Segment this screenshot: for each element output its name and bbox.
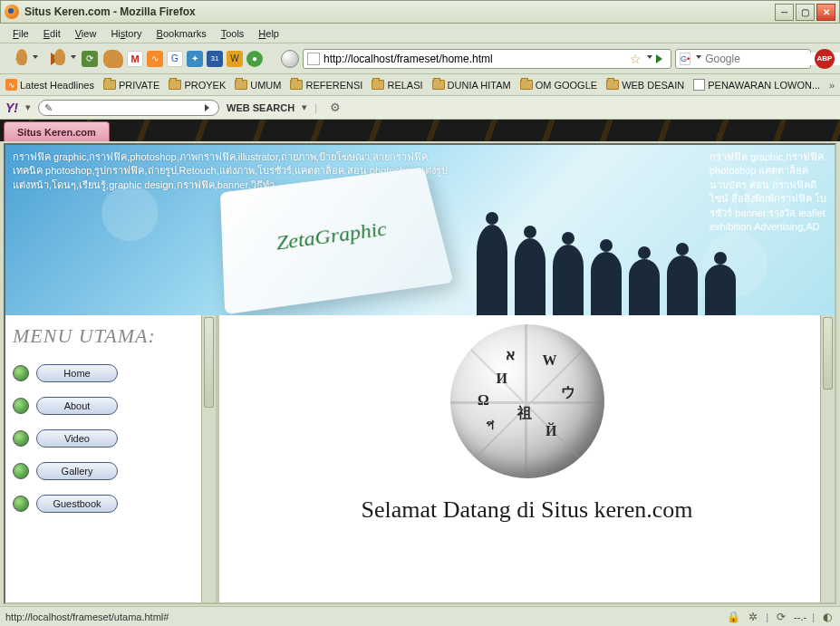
menu-tools[interactable]: Tools: [214, 26, 252, 41]
banner-tags-right: กราฟฟิค graphic,กราฟฟิค photoshop แคตตาล…: [710, 150, 827, 234]
yahoo-toolbar: Y! ▾ ✎ WEB SEARCH ▾ | ⚙: [0, 96, 840, 120]
status-url: http://localhost/frameset/utama.html#: [5, 612, 720, 622]
bookmark-star-icon[interactable]: ☆: [630, 52, 642, 66]
bookmark-om-google[interactable]: OM GOOGLE: [520, 80, 597, 91]
firefox-icon: [5, 5, 19, 19]
url-dropdown-icon[interactable]: [647, 55, 652, 62]
main-frame: W И 祖 Ω ウ א Й প Selamat Datang di Situs …: [219, 315, 835, 602]
gmail-icon[interactable]: M: [127, 51, 143, 67]
menu-history[interactable]: History: [103, 26, 149, 41]
forward-button[interactable]: [43, 45, 78, 72]
bookmark-relasi[interactable]: RELASI: [372, 80, 422, 91]
wikipedia-globe: W И 祖 Ω ウ א Й প: [450, 324, 604, 478]
scrollbar-thumb[interactable]: [204, 317, 214, 408]
yahoo-logo[interactable]: Y!: [5, 101, 18, 115]
bookmark-umum[interactable]: UMUM: [235, 80, 281, 91]
tab-strip-background: [110, 121, 840, 141]
sidebar-scrollbar[interactable]: [201, 315, 216, 602]
yahoo-search-input[interactable]: [55, 102, 205, 113]
pencil-icon: ✎: [44, 102, 55, 113]
lock-icon[interactable]: 🔒: [726, 610, 740, 624]
folder-icon: [235, 80, 247, 90]
menu-gallery[interactable]: Gallery: [13, 462, 208, 480]
banner-silhouettes: [477, 225, 736, 315]
bookmark-dunia-hitam[interactable]: DUNIA HITAM: [432, 80, 511, 91]
bookmark-referensi[interactable]: REFERENSI: [290, 80, 362, 91]
search-engine-icon[interactable]: G•: [680, 53, 690, 65]
cookie-icon[interactable]: ✲: [746, 610, 760, 624]
calendar-icon[interactable]: 31: [207, 51, 223, 67]
site-banner: กราฟฟิค graphic,กราฟฟิค,photoshop,ภาพกรา…: [5, 145, 835, 315]
rss-icon: ∿: [5, 79, 17, 91]
proxy-icon[interactable]: ⟳: [774, 610, 788, 624]
folder-icon: [606, 80, 619, 90]
frameset-body: MENU UTAMA: Home About Video Gallery Gue…: [5, 315, 835, 602]
bookmarks-overflow-icon[interactable]: »: [829, 80, 835, 91]
url-go-button[interactable]: [656, 54, 667, 63]
menu-bookmarks[interactable]: Bookmarks: [150, 26, 214, 41]
sparkle-icon[interactable]: ✦: [187, 51, 203, 67]
folder-icon: [520, 80, 533, 90]
maximize-button[interactable]: ▢: [796, 4, 815, 21]
menu-about[interactable]: About: [13, 397, 208, 415]
main-scrollbar[interactable]: [820, 315, 835, 602]
menu-help[interactable]: Help: [251, 26, 286, 41]
status-bar: http://localhost/frameset/utama.html# 🔒 …: [0, 606, 840, 626]
bookmark-penawaran[interactable]: PENAWARAN LOWON...: [693, 79, 820, 91]
welcome-heading: Selamat Datang di Situs keren.com: [361, 496, 692, 524]
scrollbar-thumb[interactable]: [823, 317, 833, 390]
menu-edit[interactable]: Edit: [36, 26, 68, 41]
folder-icon: [103, 80, 116, 90]
folder-icon: [372, 80, 384, 90]
bookmarks-toolbar: ∿Latest Headlines PRIVATE PROYEK UMUM RE…: [0, 74, 840, 96]
folder-icon: [432, 80, 445, 90]
bookmark-proyek[interactable]: PROYEK: [169, 80, 226, 91]
page-favicon: [307, 53, 320, 65]
menu-view[interactable]: View: [68, 26, 104, 41]
adblock-icon[interactable]: ABP: [815, 49, 835, 69]
bullet-icon: [13, 365, 29, 381]
google-icon[interactable]: G: [167, 51, 183, 67]
menubar: File Edit View History Bookmarks Tools H…: [0, 24, 840, 43]
search-engine-dropdown[interactable]: [696, 55, 701, 62]
folder-icon: [169, 80, 181, 90]
minimize-button[interactable]: ─: [775, 4, 794, 21]
sidebar-frame: MENU UTAMA: Home About Video Gallery Gue…: [5, 315, 219, 602]
status-extra-icon[interactable]: ◐: [820, 610, 835, 624]
bookmark-private[interactable]: PRIVATE: [103, 80, 159, 91]
url-input[interactable]: [323, 53, 626, 65]
tab-situs-keren[interactable]: Situs Keren.com: [4, 121, 110, 141]
yahoo-search-dropdown[interactable]: ▾: [302, 101, 307, 113]
home-button[interactable]: [101, 48, 123, 70]
menu-guestbook[interactable]: Guestbook: [13, 495, 208, 513]
tab-strip: Situs Keren.com: [0, 120, 840, 141]
window-titlebar: Situs Keren.com - Mozilla Firefox ─ ▢ ✕: [0, 0, 840, 24]
stop-button[interactable]: [281, 50, 299, 68]
rss-icon[interactable]: ∿: [147, 51, 163, 67]
nav-toolbar: ⟳ M ∿ G ✦ 31 W ● ☆ G• 🔍 ABP: [0, 43, 840, 74]
yahoo-search-go[interactable]: [205, 104, 213, 111]
bookmark-web-desain[interactable]: WEB DESAIN: [606, 80, 684, 91]
search-box[interactable]: G• 🔍: [675, 49, 811, 69]
folder-icon: [290, 80, 303, 90]
url-bar[interactable]: ☆: [303, 49, 671, 69]
bullet-icon: [13, 463, 29, 479]
bookmark-latest-headlines[interactable]: ∿Latest Headlines: [5, 79, 94, 91]
back-button[interactable]: [5, 45, 40, 72]
reload-button[interactable]: ⟳: [82, 51, 98, 67]
yahoo-settings-icon[interactable]: ⚙: [330, 101, 341, 114]
close-button[interactable]: ✕: [816, 4, 835, 21]
proxy-status: --.-: [794, 612, 806, 622]
sidebar-title: MENU UTAMA:: [13, 324, 208, 348]
web-search-button[interactable]: WEB SEARCH: [227, 102, 294, 113]
yahoo-dropdown-icon[interactable]: ▾: [25, 101, 31, 113]
bullet-icon: [13, 496, 29, 512]
bullet-icon: [13, 398, 29, 414]
menu-video[interactable]: Video: [13, 429, 208, 448]
addon-icon[interactable]: ●: [246, 51, 263, 67]
window-title: Situs Keren.com - Mozilla Firefox: [24, 5, 775, 18]
menu-home[interactable]: Home: [13, 364, 208, 382]
menu-file[interactable]: File: [5, 26, 36, 41]
yahoo-search-box[interactable]: ✎: [38, 100, 219, 116]
w-icon[interactable]: W: [227, 51, 243, 67]
